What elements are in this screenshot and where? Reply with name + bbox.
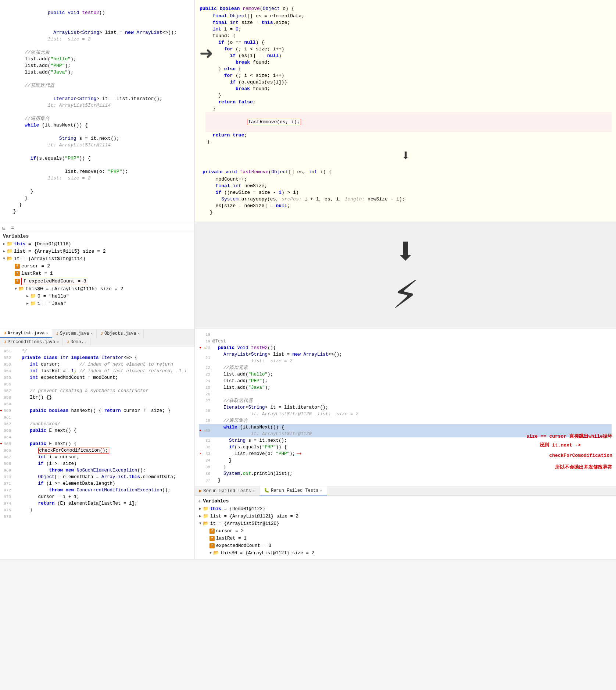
code-line-15: } (0, 188, 194, 195)
java-file-icon-4: J (4, 340, 6, 344)
variables-label: Variables (0, 232, 194, 241)
src-963: 963 public E next() { (0, 427, 194, 434)
src-960: 960 ● public boolean hasNext() { return … (0, 408, 194, 414)
tab-demo-label: Demo.. (71, 339, 86, 345)
src-966: 966 checkForComodification(); (0, 447, 194, 454)
debug-tab-rerun-1[interactable]: ▶ Rerun Failed Tests ✕ (195, 486, 259, 495)
tab-system-close[interactable]: ✕ (90, 331, 93, 336)
debug-tab-rerun-1-label: Rerun Failed Tests (203, 488, 251, 494)
test-line-27: 27 //获取迭代器 (199, 398, 612, 404)
test-line-37: 37 } (199, 477, 612, 484)
var-lastret: f lastRet = 1 (0, 270, 194, 277)
code-line-18: } (0, 208, 194, 215)
remove-method-header: public boolean remove(Object o) { (200, 3, 612, 13)
var-this: ▶ 📁 this = {Demo01@1116} (0, 241, 194, 248)
tab-system[interactable]: J System.java ✕ (52, 329, 97, 338)
tab-arraylist-close[interactable]: ✕ (46, 331, 48, 335)
code-line-9: Iterator<String> it = list.iterator(); i… (0, 89, 194, 115)
dv-lastret: f lastRet = 1 (198, 535, 613, 542)
code-line-10: //遍历集合 (0, 115, 194, 122)
debug-tab-bar: ▶ Rerun Failed Tests ✕ 🐛 Rerun Failed Te… (195, 486, 616, 496)
test-line-24: 24 list.add("PHP"); (199, 378, 612, 384)
test-code-area: 18 19 @Test 20 ● ⚠ public void test02(){ (195, 329, 616, 486)
test-line-21: 21 ArrayList<String> list = new ArrayLis… (199, 351, 612, 364)
code-line-12: String s = it.next(); it: ArrayList$Itr@… (0, 129, 194, 155)
code-line-5: list.add("PHP"); (0, 63, 194, 69)
tab-objects[interactable]: J Objects.java ✕ (97, 329, 144, 338)
annot-2: 没到 it.next -> (526, 441, 612, 450)
code-line-16: } (0, 195, 194, 202)
src-958: 958 Itr() {} (0, 394, 194, 401)
src-968: 968 if (i >= size) (0, 460, 194, 467)
code-line-14: list.remove(o: "PHP"); list: size = 2 (0, 162, 194, 188)
src-954: 954 int lastRet = -1; // index of last e… (0, 368, 194, 374)
var-this0: ▼ 📂 this$0 = {ArrayList@1115} size = 2 (0, 285, 194, 293)
breakpoint-30: ● (199, 427, 201, 434)
top-section: public void test02() ArrayList<String> l… (0, 0, 616, 222)
dv-expectedmodcount: f expectedModCount = 3 (198, 542, 613, 549)
toolbar-icon-list[interactable]: ≡ (11, 225, 17, 231)
var-list: ▶ 📁 list = {ArrayList@1115} size = 2 (0, 248, 194, 255)
tab-objects-label: Objects.java (104, 331, 136, 336)
java-file-icon-5: J (67, 340, 69, 344)
tab-objects-close[interactable]: ✕ (137, 331, 140, 336)
code-line-13: if(s.equals("PHP")) { (0, 155, 194, 162)
var-it: ▼ 📂 it = {ArrayList$Itr@1114} (0, 255, 194, 263)
src-975: 975 } (0, 507, 194, 513)
test-line-26: 26 (199, 391, 612, 398)
test-line-19: 19 @Test (199, 338, 612, 345)
main-container: public void test02() ArrayList<String> l… (0, 0, 616, 559)
annot-4: 所以不会抛出并发修改异常 (526, 463, 612, 472)
var-cursor: f cursor = 2 (0, 263, 194, 270)
src-973: 973 cursor = i + 1; (0, 494, 194, 500)
right-remove-panel: public boolean remove(Object o) { final … (195, 0, 616, 222)
var-1: ▶ 📁 1 = "Java" (0, 300, 194, 307)
src-967: 967 int i = cursor; (0, 454, 194, 460)
code-line-7 (0, 76, 194, 82)
debug-tab-rerun-2[interactable]: 🐛 Rerun Failed Tests ✕ (259, 486, 327, 495)
variables-panel: ⊞ ≡ Variables ▶ 📁 this = {Demo01@1116} ▶… (0, 222, 195, 329)
code-line-8: //获取迭代器 (0, 82, 194, 89)
debug-variables-area: + Variables ▶ 📁 this = {Demo01@1122} ▶ 📁… (195, 496, 616, 559)
annotation-block: size == cursor 直接跳出while循环 没到 it.next ->… (526, 432, 612, 472)
code-line-6: list.add("Java"); (0, 69, 194, 76)
debug-add-btn[interactable]: + (198, 498, 201, 504)
code-line-3: //添加元素 (0, 49, 194, 56)
var-0: ▶ 📁 0 = "hello" (0, 293, 194, 300)
tab-demo[interactable]: J Demo.. (63, 338, 90, 346)
fast-remove-section: private void fastRemove(Object[] es, int… (200, 166, 612, 219)
tab-preconditions[interactable]: J Preconditions.java ✕ (0, 338, 63, 346)
error-33: ✕ (199, 451, 201, 457)
debug-tab-rerun-1-close[interactable]: ✕ (253, 489, 255, 493)
arrow-lightning-section: ⬇ ⚡ (195, 222, 616, 329)
src-961: 961 (0, 414, 194, 421)
tab-arraylist[interactable]: J ArrayList.java ✕ (0, 329, 52, 338)
test-line-20: 20 ● ⚠ public void test02(){ (199, 345, 612, 351)
src-965: 965 ● public E next() { (0, 441, 194, 447)
dv-this: ▶ 📁 this = {Demo01@1122} (198, 505, 613, 513)
code-line-4: list.add("hello"); (0, 56, 194, 63)
tab-preconditions-label: Preconditions.java (8, 339, 55, 345)
tab-arraylist-label: ArrayList.java (8, 331, 45, 336)
src-974: 974 return (E) elementData[lastRet = i]; (0, 500, 194, 507)
right-arrow-top: ➜ (200, 40, 213, 68)
fast-remove-line: fastRemove(es, i); (205, 112, 612, 132)
debug-tab-rerun-2-close[interactable]: ✕ (320, 488, 322, 493)
test-line-18: 18 (199, 331, 612, 338)
middle-section: ⊞ ≡ Variables ▶ 📁 this = {Demo01@1116} ▶… (0, 222, 616, 329)
source-test-row: J ArrayList.java ✕ J System.java ✕ J Obj… (0, 329, 616, 559)
tab-preconditions-close[interactable]: ✕ (57, 340, 59, 344)
src-969: 969 throw new NoSuchElementException(); (0, 467, 194, 474)
src-972: 972 throw new ConcurrentModificationExce… (0, 487, 194, 494)
src-971: 971 if (i >= elementData.length) (0, 480, 194, 487)
src-952: 952 private class Itr implements Iterato… (0, 355, 194, 361)
src-970: 970 Object[] elementData = ArrayList.thi… (0, 474, 194, 480)
src-962: 962 /unchecked/ (0, 421, 194, 427)
src-956: 956 (0, 381, 194, 388)
remove-method-body: final Object[] es = elementData; final i… (200, 13, 612, 145)
src-953: 953 int cursor; // index of next element… (0, 361, 194, 368)
java-file-icon: J (4, 331, 6, 335)
bottom-section: J ArrayList.java ✕ J System.java ✕ J Obj… (0, 329, 616, 559)
dv-it: ▼ 📂 it = {ArrayList$Itr@1120} (198, 520, 613, 527)
toolbar-icon-grid[interactable]: ⊞ (2, 225, 8, 231)
